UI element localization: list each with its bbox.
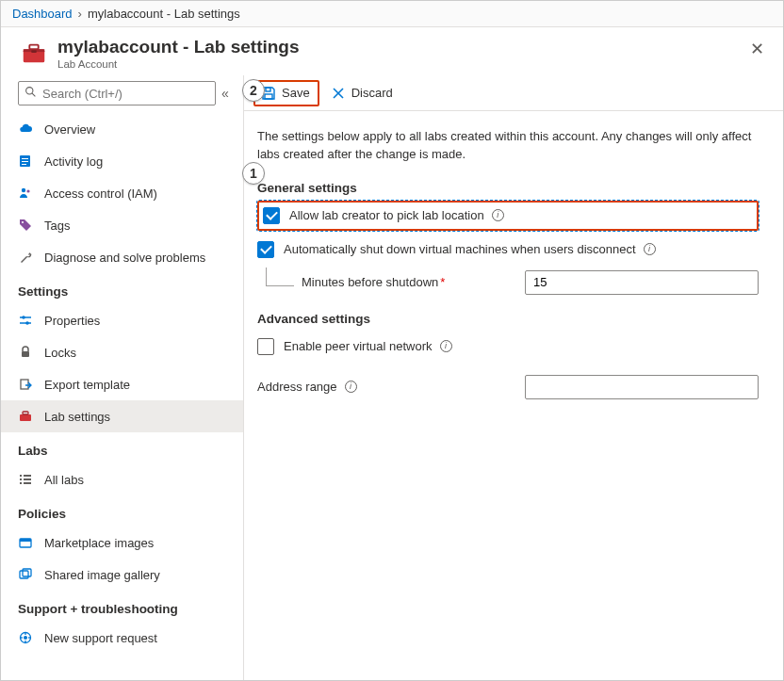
toolbar: Save Discard: [244, 75, 783, 111]
search-input[interactable]: [42, 87, 209, 101]
allow-pick-location-row: Allow lab creator to pick lab location: [257, 201, 759, 231]
svg-point-14: [22, 316, 25, 319]
peer-vnet-row: Enable peer virtual network: [257, 332, 759, 362]
marketplace-icon: [18, 535, 33, 550]
sidebar-item-label: Lab settings: [44, 410, 110, 424]
info-icon[interactable]: [644, 243, 656, 255]
svg-rect-2: [29, 45, 38, 50]
nav-heading-settings: Settings: [1, 273, 243, 304]
sidebar-item-label: Locks: [44, 346, 76, 360]
svg-rect-28: [20, 539, 31, 542]
annotation-callout-1: 1: [242, 162, 265, 185]
blade-title-group: mylabaccount - Lab settings Lab Account: [57, 37, 300, 70]
general-settings-heading: General settings: [257, 181, 759, 195]
sidebar-item-label: Shared image gallery: [44, 568, 160, 582]
export-icon: [18, 377, 33, 392]
minutes-input[interactable]: [525, 270, 759, 295]
nav-diagnose[interactable]: Diagnose and solve problems: [1, 241, 243, 273]
page-title: mylabaccount - Lab settings: [57, 37, 300, 57]
blade-header: mylabaccount - Lab settings Lab Account …: [1, 27, 783, 75]
sidebar-item-label: Overview: [44, 122, 95, 137]
sidebar: « Overview Activity log Access control (…: [1, 75, 244, 680]
collapse-sidebar-icon[interactable]: «: [221, 86, 229, 101]
svg-rect-18: [21, 380, 28, 389]
info-icon[interactable]: [492, 209, 504, 221]
main: 2 1 Save Discard The settings below appl…: [244, 75, 783, 680]
sidebar-item-label: Tags: [44, 219, 70, 233]
toolbox-icon: [20, 39, 48, 67]
svg-rect-17: [22, 351, 29, 357]
people-icon: [18, 186, 33, 201]
auto-shutdown-row: Automatically shut down virtual machines…: [257, 235, 759, 265]
svg-rect-3: [31, 50, 37, 53]
lock-icon: [18, 345, 33, 360]
save-button-label: Save: [282, 86, 310, 100]
breadcrumb-current: mylabaccount - Lab settings: [88, 7, 240, 21]
svg-rect-19: [20, 414, 31, 421]
log-icon: [18, 154, 33, 169]
annotation-callout-2: 2: [242, 79, 265, 102]
svg-rect-8: [22, 161, 28, 162]
nav-properties[interactable]: Properties: [1, 304, 243, 336]
sidebar-item-label: Properties: [44, 314, 100, 328]
svg-rect-38: [265, 94, 272, 99]
svg-rect-37: [266, 88, 270, 91]
discard-button[interactable]: Discard: [323, 80, 400, 106]
nav-all-labs[interactable]: All labs: [1, 463, 243, 495]
address-range-row: Address range: [257, 375, 759, 399]
nav-new-support-request[interactable]: New support request: [1, 622, 243, 654]
nav-access-control[interactable]: Access control (IAM): [1, 177, 243, 209]
sidebar-item-label: Access control (IAM): [44, 186, 157, 201]
svg-point-32: [24, 636, 27, 640]
svg-point-12: [22, 221, 24, 223]
sliders-icon: [18, 313, 33, 328]
advanced-settings-heading: Advanced settings: [257, 312, 759, 326]
content: The settings below apply to all labs cre…: [244, 111, 783, 416]
peer-vnet-checkbox[interactable]: [257, 338, 274, 355]
svg-rect-24: [24, 478, 31, 480]
gallery-icon: [18, 567, 33, 582]
nav-marketplace-images[interactable]: Marketplace images: [1, 527, 243, 559]
nav-locks[interactable]: Locks: [1, 336, 243, 368]
address-range-input[interactable]: [525, 375, 759, 399]
sidebar-item-label: Activity log: [44, 154, 103, 169]
nav-activity-log[interactable]: Activity log: [1, 145, 243, 177]
settings-description: The settings below apply to all labs cre…: [257, 128, 759, 164]
sidebar-item-label: Diagnose and solve problems: [44, 251, 205, 265]
auto-shutdown-checkbox[interactable]: [257, 241, 274, 258]
nav-overview[interactable]: Overview: [1, 113, 243, 145]
list-icon: [18, 472, 33, 487]
support-icon: [18, 630, 33, 645]
svg-rect-30: [23, 569, 31, 576]
svg-rect-25: [20, 482, 22, 484]
chevron-right-icon: ›: [78, 7, 82, 21]
toolbox-small-icon: [18, 409, 33, 424]
nav-lab-settings[interactable]: Lab settings: [1, 400, 243, 432]
search-box[interactable]: [18, 81, 216, 105]
svg-point-10: [22, 188, 25, 192]
info-icon[interactable]: [440, 340, 452, 352]
svg-rect-22: [24, 475, 31, 477]
svg-rect-20: [23, 412, 28, 414]
tag-icon: [18, 218, 33, 233]
breadcrumb-root[interactable]: Dashboard: [12, 7, 73, 21]
nav-tags[interactable]: Tags: [1, 209, 243, 241]
nav-shared-image-gallery[interactable]: Shared image gallery: [1, 559, 243, 591]
info-icon[interactable]: [345, 381, 357, 393]
allow-pick-location-checkbox[interactable]: [263, 207, 280, 224]
page-subtitle: Lab Account: [57, 58, 300, 70]
wrench-icon: [18, 250, 33, 265]
close-icon[interactable]: ✕: [744, 37, 770, 61]
search-icon: [24, 86, 37, 101]
minutes-row: Minutes before shutdown*: [257, 270, 759, 295]
cloud-icon: [18, 122, 33, 137]
blade-body: « Overview Activity log Access control (…: [1, 75, 783, 680]
sidebar-item-label: New support request: [44, 631, 157, 645]
svg-point-4: [26, 88, 33, 94]
svg-rect-9: [22, 164, 26, 165]
discard-button-label: Discard: [351, 86, 393, 100]
svg-rect-7: [22, 158, 28, 159]
auto-shutdown-label: Automatically shut down virtual machines…: [284, 242, 636, 256]
nav-export-template[interactable]: Export template: [1, 368, 243, 400]
search-row: «: [1, 81, 243, 113]
